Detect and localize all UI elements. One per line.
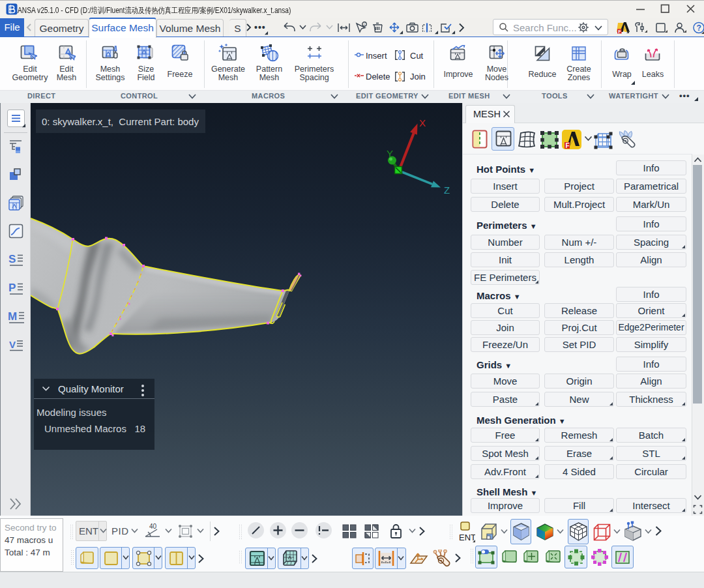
- svg-text:ENT: ENT: [459, 533, 475, 542]
- svg-text:Y: Y: [387, 148, 393, 159]
- svg-text:F: F: [566, 142, 570, 149]
- svg-text:?: ?: [697, 23, 701, 33]
- svg-text:Z: Z: [444, 184, 450, 196]
- svg-text:X: X: [419, 117, 426, 128]
- svg-text:V: V: [9, 339, 16, 350]
- svg-text:i: i: [364, 22, 364, 26]
- svg-text:P: P: [8, 282, 16, 294]
- svg-text:40: 40: [149, 523, 157, 530]
- svg-text:S: S: [8, 253, 16, 265]
- svg-text:M: M: [8, 310, 17, 323]
- svg-text:F: F: [618, 29, 621, 35]
